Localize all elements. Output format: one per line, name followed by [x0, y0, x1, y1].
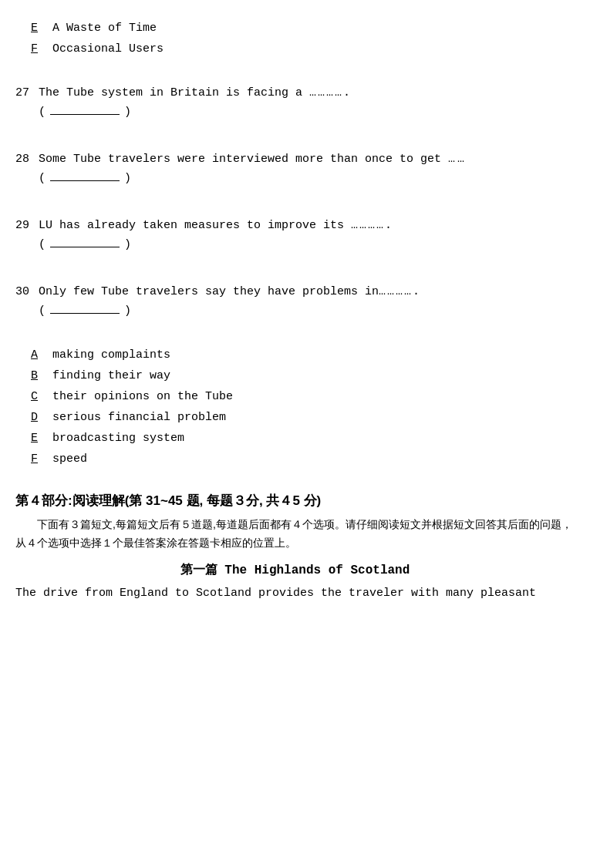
- question-29-text: LU has already taken measures to improve…: [39, 219, 575, 232]
- question-27-text: The Tube system in Britain is facing a ……: [39, 86, 575, 99]
- question-28-answer: ( ): [39, 172, 575, 185]
- question-28-row: 28 Some Tube travelers were interviewed …: [15, 153, 575, 166]
- question-29-number: 29: [15, 219, 39, 232]
- answer-option-d-text: serious financial problem: [52, 411, 226, 424]
- answer-option-e-letter: E: [31, 432, 52, 445]
- answer-option-a: A making complaints: [15, 348, 575, 362]
- question-28-text: Some Tube travelers were interviewed mor…: [39, 153, 575, 166]
- question-30-row: 30 Only few Tube travelers say they have…: [15, 285, 575, 298]
- part4-desc: 下面有３篇短文,每篇短文后有５道题,每道题后面都有４个选项。请仔细阅读短文并根据…: [15, 516, 575, 553]
- part4-header: 第４部分:阅读理解(第 31~45 题, 每题３分, 共４5 分): [15, 492, 575, 510]
- question-27-answer: ( ): [39, 106, 575, 119]
- question-27-number: 27: [15, 86, 39, 99]
- question-29-answer: ( ): [39, 238, 575, 251]
- answer-option-d-letter: D: [31, 411, 52, 424]
- answer-option-f-text: speed: [52, 453, 87, 466]
- article-title: 第一篇 The Highlands of Scotland: [15, 562, 575, 578]
- question-29-row: 29 LU has already taken measures to impr…: [15, 219, 575, 232]
- answer-options-section: A making complaints B finding their way …: [15, 335, 575, 479]
- answer-option-c-text: their opinions on the Tube: [52, 390, 233, 403]
- article-text: The drive from England to Scotland provi…: [15, 584, 575, 603]
- option-e-letter: E: [31, 22, 52, 35]
- question-30-answer: ( ): [39, 304, 575, 318]
- question-27-row: 27 The Tube system in Britain is facing …: [15, 86, 575, 99]
- answer-option-e: E broadcasting system: [15, 432, 575, 445]
- option-f-text: Occasional Users: [52, 42, 164, 56]
- answer-option-a-letter: A: [31, 348, 52, 362]
- question-28-number: 28: [15, 153, 39, 166]
- answer-option-d: D serious financial problem: [15, 411, 575, 424]
- answer-option-b-text: finding their way: [52, 369, 170, 382]
- answer-option-c-letter: C: [31, 390, 52, 403]
- question-30-text: Only few Tube travelers say they have pr…: [39, 285, 575, 298]
- answer-option-f-letter: F: [31, 453, 52, 466]
- option-f-letter: F: [31, 42, 52, 56]
- question-30-number: 30: [15, 285, 39, 298]
- answer-option-e-text: broadcasting system: [52, 432, 184, 445]
- option-f-row: F Occasional Users: [15, 42, 575, 56]
- answer-option-a-text: making complaints: [52, 348, 170, 362]
- answer-option-b-letter: B: [31, 369, 52, 382]
- answer-option-c: C their opinions on the Tube: [15, 390, 575, 403]
- option-e-row: E A Waste of Time: [15, 22, 575, 35]
- option-e-text: A Waste of Time: [52, 22, 157, 35]
- answer-option-b: B finding their way: [15, 369, 575, 382]
- answer-option-f: F speed: [15, 453, 575, 466]
